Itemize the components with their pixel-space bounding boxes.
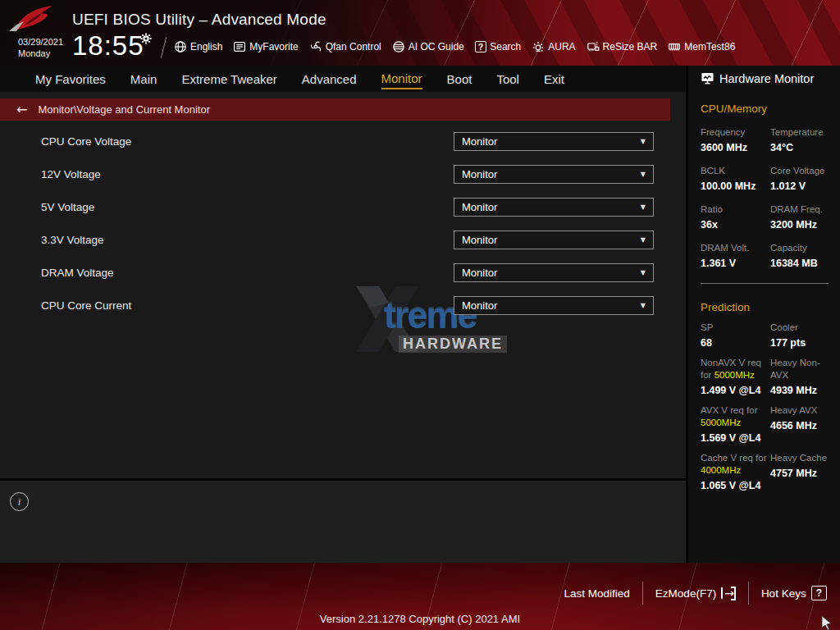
stat-avx-vreq: AVX V req for 5000MHz 1.569 V @L4 [701, 404, 770, 444]
stat-label: BCLK [701, 165, 768, 177]
ai-oc-guide-button[interactable]: AI OC Guide [392, 40, 464, 53]
header-toolbar: English MyFavorite Qfan Control [174, 36, 735, 57]
last-modified-button[interactable]: Last Modified [564, 587, 630, 600]
date-display: 03/29/2021 Monday [18, 37, 63, 60]
tab-advanced[interactable]: Advanced [302, 69, 357, 89]
tab-my-favorites[interactable]: My Favorites [35, 69, 106, 89]
breadcrumb: ← Monitor\Voltage and Current Monitor [0, 98, 670, 121]
chevron-down-icon: ▼ [641, 171, 646, 178]
stat-capacity: Capacity 16384 MB [770, 242, 832, 269]
stat-label: Heavy AVX [770, 404, 832, 417]
chevron-down-icon: ▼ [641, 203, 646, 211]
tab-main[interactable]: Main [130, 69, 158, 89]
stat-value: 1.065 V @L4 [701, 480, 770, 491]
12v-voltage-select[interactable]: Monitor ▼ [454, 165, 654, 184]
highlight-freq: 5000MHz [714, 370, 755, 380]
stat-temperature: Temperature 34°C [770, 126, 832, 153]
dropdown-value: Monitor [462, 299, 497, 312]
stat-value: 34°C [770, 142, 832, 153]
tab-tool[interactable]: Tool [496, 69, 519, 89]
stat-label: Heavy Non-AVX [770, 357, 832, 381]
page-title: UEFI BIOS Utility – Advanced Mode [72, 11, 326, 29]
stat-label: Capacity [770, 242, 832, 254]
back-arrow-icon[interactable]: ← [16, 102, 27, 117]
highlight-freq: 4000MHz [701, 465, 741, 475]
tab-exit[interactable]: Exit [544, 69, 564, 89]
watermark-sub-text: HARDWARE [399, 336, 507, 353]
header: UEFI BIOS Utility – Advanced Mode 03/29/… [0, 0, 840, 66]
settings-list: CPU Core Voltage Monitor ▼ 12V Voltage M… [0, 125, 670, 322]
stat-value: 68 [701, 337, 770, 349]
stat-value: 4757 MHz [770, 468, 832, 479]
stat-label: Core Voltage [770, 165, 832, 177]
toolbar-label: AI OC Guide [409, 41, 464, 52]
setting-row-3v3-voltage: 3.3V Voltage Monitor ▼ [0, 223, 670, 256]
memtest86-button[interactable]: MemTest86 [668, 40, 735, 53]
header-divider [161, 37, 167, 57]
aura-button[interactable]: AURA [532, 40, 575, 53]
dropdown-value: Monitor [462, 234, 497, 246]
main-panel: ← Monitor\Voltage and Current Monitor CP… [0, 92, 686, 563]
stat-label: DRAM Volt. [701, 242, 768, 254]
dropdown-value: Monitor [462, 267, 497, 279]
search-button[interactable]: ? Search [475, 41, 521, 52]
hot-keys-label: Hot Keys [761, 587, 806, 600]
stat-ratio: Ratio 36x [701, 203, 770, 231]
stat-label: Ratio [701, 203, 768, 216]
tab-monitor[interactable]: Monitor [381, 68, 422, 89]
cpu-core-voltage-select[interactable]: Monitor ▼ [454, 132, 654, 151]
dram-voltage-select[interactable]: Monitor ▼ [454, 263, 654, 282]
breadcrumb-text: Monitor\Voltage and Current Monitor [38, 103, 210, 116]
favorites-list-icon [233, 40, 246, 53]
3v3-voltage-select[interactable]: Monitor ▼ [454, 231, 654, 249]
stat-cooler: Cooler 177 pts [770, 322, 832, 349]
myfavorite-button[interactable]: MyFavorite [233, 40, 298, 53]
highlight-freq: 5000MHz [701, 418, 741, 427]
day-value: Monday [18, 48, 63, 60]
stat-heavy-nonavx: Heavy Non-AVX 4939 MHz [770, 357, 832, 396]
hot-keys-button[interactable]: Hot Keys ? [761, 586, 827, 600]
qfan-control-button[interactable]: Qfan Control [309, 40, 381, 53]
setting-label: 5V Voltage [0, 201, 454, 213]
5v-voltage-select[interactable]: Monitor ▼ [454, 198, 654, 217]
setting-row-cpu-core-voltage: CPU Core Voltage Monitor ▼ [0, 125, 670, 158]
hardware-monitor-sidebar: Hardware Monitor CPU/Memory Frequency 36… [686, 66, 840, 563]
cpu-memory-heading: CPU/Memory [701, 103, 832, 115]
tab-extreme-tweaker[interactable]: Extreme Tweaker [181, 69, 276, 89]
ai-oc-icon [392, 40, 405, 53]
ezmode-button[interactable]: EzMode(F7) → [655, 587, 736, 600]
dropdown-value: Monitor [462, 168, 497, 180]
search-help-icon: ? [475, 41, 486, 52]
stat-value: 177 pts [770, 337, 832, 349]
setting-row-cpu-core-current: CPU Core Current Monitor ▼ [0, 289, 670, 322]
footer-divider [642, 582, 643, 605]
xtreme-hardware-watermark: treme HARDWARE [346, 283, 527, 358]
toolbar-label: Search [490, 41, 521, 52]
setting-label: CPU Core Voltage [0, 135, 454, 148]
stat-nonavx-vreq: NonAVX V req for 5000MHz 1.499 V @L4 [701, 357, 770, 396]
toolbar-label: MyFavorite [249, 41, 298, 52]
help-info-panel: i [0, 481, 686, 563]
stat-label: Frequency [701, 126, 768, 139]
stat-value: 1.569 V @L4 [701, 432, 770, 444]
footer: Last Modified EzMode(F7) → Hot Keys ? Ve… [0, 563, 840, 630]
stat-label: SP [701, 322, 768, 334]
chevron-down-icon: ▼ [641, 269, 646, 276]
stat-cache-vreq: Cache V req for 4000MHz 1.065 V @L4 [701, 452, 770, 491]
stat-sp: SP 68 [701, 322, 770, 349]
fan-icon [309, 40, 322, 53]
stat-value: 16384 MB [770, 258, 832, 269]
setting-label: 12V Voltage [0, 168, 454, 180]
resize-bar-button[interactable]: ReSize BAR [587, 40, 658, 53]
resize-bar-icon [587, 40, 600, 53]
stat-heavy-avx: Heavy AVX 4656 MHz [770, 404, 832, 444]
prediction-grid: SP 68 Cooler 177 pts NonAVX V req for 50… [701, 313, 832, 491]
time-settings-gear-icon[interactable] [140, 33, 152, 44]
language-button[interactable]: English [174, 40, 222, 53]
cpu-core-current-select[interactable]: Monitor ▼ [454, 296, 654, 315]
setting-label: 3.3V Voltage [0, 234, 454, 246]
stat-dram-volt: DRAM Volt. 1.361 V [701, 242, 770, 269]
toolbar-label: Qfan Control [326, 41, 381, 52]
rog-logo-icon [7, 3, 54, 38]
tab-boot[interactable]: Boot [447, 69, 472, 89]
